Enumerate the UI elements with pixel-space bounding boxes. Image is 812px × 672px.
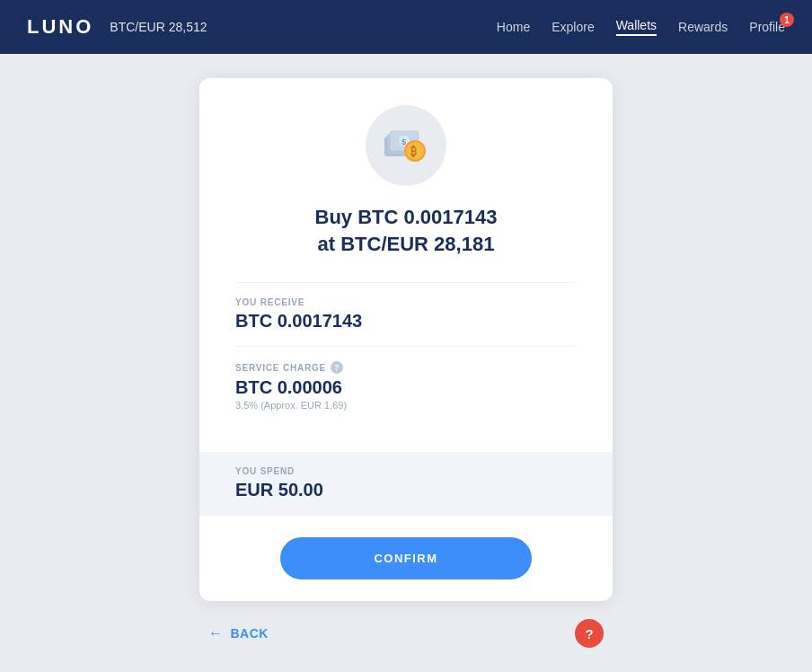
svg-text:$: $ xyxy=(402,137,406,146)
card-bottom: CONFIRM xyxy=(199,515,613,601)
card-title-line1: Buy BTC 0.0017143 xyxy=(315,206,498,228)
you-spend-value: EUR 50.00 xyxy=(235,480,577,500)
navbar-right: Home Explore Wallets Rewards Profile 1 xyxy=(497,18,785,36)
you-receive-label: YOU RECEIVE xyxy=(235,297,577,307)
nav-wallets[interactable]: Wallets xyxy=(616,18,657,36)
you-receive-value: BTC 0.0017143 xyxy=(235,311,577,332)
card-details: YOU RECEIVE BTC 0.0017143 SERVICE CHARGE… xyxy=(235,282,577,425)
luno-logo: LUNO xyxy=(27,15,93,39)
card-title-line2: at BTC/EUR 28,181 xyxy=(318,233,495,255)
card-top: $ ₿ Buy BTC 0.0017143 at BTC/EUR 28,181 … xyxy=(199,78,613,452)
nav-home[interactable]: Home xyxy=(497,20,530,34)
service-charge-value: BTC 0.00006 xyxy=(235,377,577,398)
profile-badge: 1 xyxy=(780,13,794,27)
help-button[interactable]: ? xyxy=(575,619,604,648)
confirm-card: $ ₿ Buy BTC 0.0017143 at BTC/EUR 28,181 … xyxy=(199,78,613,601)
svg-text:₿: ₿ xyxy=(410,145,417,158)
service-charge-info-icon[interactable]: ? xyxy=(331,361,343,374)
you-spend-label: YOU SPEND xyxy=(235,466,577,476)
navbar-left: LUNO BTC/EUR 28,512 xyxy=(27,15,207,39)
service-charge-row: SERVICE CHARGE ? BTC 0.00006 3.5% (Appro… xyxy=(235,346,577,425)
bottom-bar: ← BACK ? xyxy=(199,619,613,648)
btc-price: BTC/EUR 28,512 xyxy=(110,20,207,34)
back-arrow-icon: ← xyxy=(208,625,224,641)
card-title: Buy BTC 0.0017143 at BTC/EUR 28,181 xyxy=(315,204,498,257)
you-receive-row: YOU RECEIVE BTC 0.0017143 xyxy=(235,282,577,346)
nav-explore[interactable]: Explore xyxy=(552,20,594,34)
service-charge-label: SERVICE CHARGE ? xyxy=(235,361,577,374)
back-label: BACK xyxy=(231,626,269,641)
main-content: $ ₿ Buy BTC 0.0017143 at BTC/EUR 28,181 … xyxy=(0,54,812,672)
you-spend-row: YOU SPEND EUR 50.00 xyxy=(199,452,613,515)
nav-rewards[interactable]: Rewards xyxy=(678,20,728,34)
confirm-button[interactable]: CONFIRM xyxy=(280,537,532,579)
back-button[interactable]: ← BACK xyxy=(208,625,269,641)
nav-profile[interactable]: Profile 1 xyxy=(749,20,785,34)
transaction-icon: $ ₿ xyxy=(366,105,446,186)
navbar: LUNO BTC/EUR 28,512 Home Explore Wallets… xyxy=(0,0,812,54)
logo-text: LUNO xyxy=(27,15,93,39)
service-charge-sub: 3.5% (Approx. EUR 1.69) xyxy=(235,400,577,411)
